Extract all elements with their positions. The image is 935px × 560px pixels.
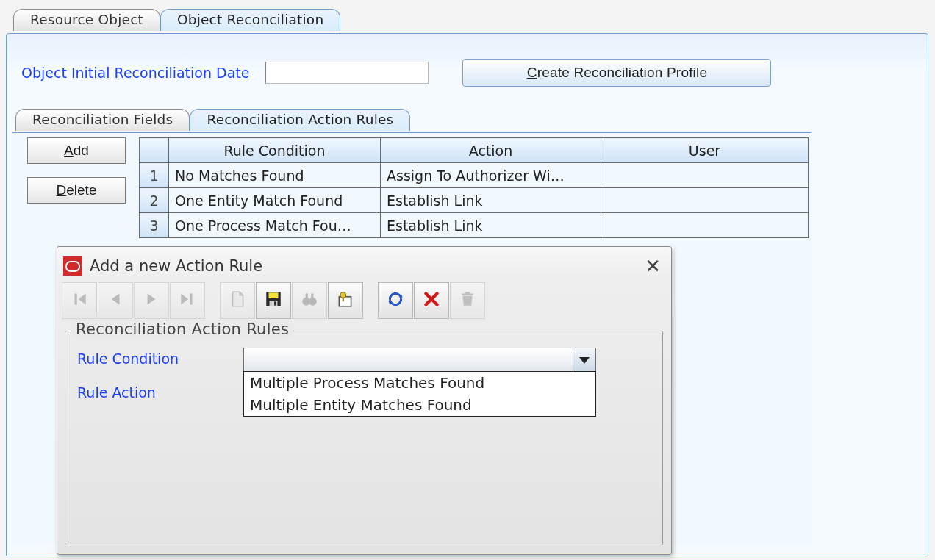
cell-action[interactable]: Establish Link (381, 213, 601, 238)
row-number: 1 (140, 163, 169, 188)
svg-point-9 (340, 292, 346, 298)
next-record-icon (142, 290, 161, 312)
table-corner (140, 138, 169, 163)
cell-rule-condition[interactable]: One Process Match Fou… (169, 213, 381, 238)
row-number: 3 (140, 213, 169, 238)
table-row[interactable]: 3 One Process Match Fou… Establish Link (140, 213, 809, 238)
svg-point-5 (309, 298, 317, 306)
svg-rect-7 (311, 293, 313, 298)
tab-reconciliation-action-rules[interactable]: Reconciliation Action Rules (190, 109, 410, 131)
first-record-button (62, 282, 97, 319)
previous-record-button (98, 282, 133, 319)
new-icon (228, 290, 247, 312)
cell-rule-condition[interactable]: One Entity Match Found (169, 188, 381, 213)
notes-button[interactable] (328, 282, 363, 319)
group-legend: Reconciliation Action Rules (71, 320, 293, 338)
save-icon (264, 290, 283, 312)
new-button (220, 282, 255, 319)
rule-action-label: Rule Action (77, 381, 243, 401)
action-rules-table-wrap: Rule Condition Action User 1 No Matches … (139, 137, 808, 238)
table-row[interactable]: 2 One Entity Match Found Establish Link (140, 188, 809, 213)
next-record-button (134, 282, 169, 319)
tab-reconciliation-fields-label: Reconciliation Fields (32, 112, 173, 127)
dialog-title: Add a new Action Rule (90, 257, 642, 275)
tab-object-reconciliation[interactable]: Object Reconciliation (160, 9, 340, 31)
delete-toolbar-button (450, 282, 485, 319)
table-header-row: Rule Condition Action User (140, 138, 809, 163)
last-record-icon (178, 290, 197, 312)
find-button (292, 282, 327, 319)
cell-action[interactable]: Establish Link (381, 188, 601, 213)
svg-rect-1 (269, 292, 279, 298)
cancel-icon (422, 290, 441, 312)
cell-action[interactable]: Assign To Authorizer Wi… (381, 163, 601, 188)
rule-condition-combo[interactable]: Multiple Process Matches Found Multiple … (243, 348, 596, 373)
cell-user[interactable] (601, 188, 809, 213)
cell-user[interactable] (601, 213, 809, 238)
cell-user[interactable] (601, 163, 809, 188)
svg-rect-12 (465, 292, 470, 294)
rule-action-row: Rule Action (77, 381, 243, 401)
refresh-button[interactable] (378, 282, 413, 319)
row-number: 2 (140, 188, 169, 213)
first-record-icon (70, 290, 89, 312)
delete-button[interactable]: Delete (27, 177, 126, 204)
rule-condition-option[interactable]: Multiple Process Matches Found (244, 372, 595, 394)
outer-tab-strip: Resource Object Object Reconciliation (13, 9, 340, 31)
initial-recon-date-input[interactable] (265, 62, 429, 84)
previous-record-icon (106, 290, 125, 312)
rule-condition-row: Rule Condition Multiple Process Matches … (77, 348, 596, 373)
last-record-button (170, 282, 205, 319)
save-button[interactable] (256, 282, 291, 319)
tab-resource-object[interactable]: Resource Object (13, 9, 160, 31)
col-user[interactable]: User (601, 138, 809, 163)
action-rules-group: Reconciliation Action Rules Rule Conditi… (65, 331, 663, 545)
create-profile-rest: reate Reconciliation Profile (537, 65, 708, 80)
binoculars-icon (300, 290, 319, 312)
col-action[interactable]: Action (381, 138, 601, 163)
refresh-icon (386, 290, 405, 312)
pushpin-icon (336, 290, 355, 312)
create-reconciliation-profile-button[interactable]: Create Reconciliation Profile (462, 59, 771, 87)
close-icon[interactable]: ✕ (642, 256, 664, 276)
chevron-down-icon[interactable] (573, 348, 595, 372)
delete-button-rest: elete (66, 182, 96, 198)
tab-resource-object-label: Resource Object (30, 12, 143, 27)
tab-reconciliation-action-rules-label: Reconciliation Action Rules (207, 112, 393, 127)
oracle-icon (63, 256, 82, 276)
tab-reconciliation-fields[interactable]: Reconciliation Fields (15, 109, 190, 131)
tab-object-reconciliation-label: Object Reconciliation (177, 12, 323, 27)
action-rules-table[interactable]: Rule Condition Action User 1 No Matches … (139, 137, 809, 238)
trash-icon (458, 290, 477, 312)
svg-rect-8 (339, 297, 351, 306)
cancel-button[interactable] (414, 282, 449, 319)
top-row: Object Initial Reconciliation Date Creat… (21, 59, 771, 87)
svg-rect-6 (306, 293, 308, 298)
delete-button-ul: D (57, 182, 67, 198)
dialog-toolbar (62, 282, 485, 319)
inner-tab-strip: Reconciliation Fields Reconciliation Act… (15, 109, 410, 131)
add-button[interactable]: Add (27, 137, 126, 164)
svg-rect-3 (274, 301, 276, 305)
rule-condition-option[interactable]: Multiple Entity Matches Found (244, 394, 595, 416)
initial-recon-date-label: Object Initial Reconciliation Date (21, 65, 249, 81)
create-profile-underline: C (527, 65, 537, 80)
col-rule-condition[interactable]: Rule Condition (169, 138, 381, 163)
dialog-title-row: Add a new Action Rule ✕ (57, 247, 671, 281)
cell-rule-condition[interactable]: No Matches Found (169, 163, 381, 188)
add-button-ul: A (64, 143, 74, 158)
rule-condition-label: Rule Condition (77, 348, 243, 367)
rule-condition-popup: Multiple Process Matches Found Multiple … (243, 371, 596, 417)
add-action-rule-dialog: Add a new Action Rule ✕ (57, 246, 672, 555)
add-button-rest: dd (74, 143, 89, 158)
table-row[interactable]: 1 No Matches Found Assign To Authorizer … (140, 163, 809, 188)
